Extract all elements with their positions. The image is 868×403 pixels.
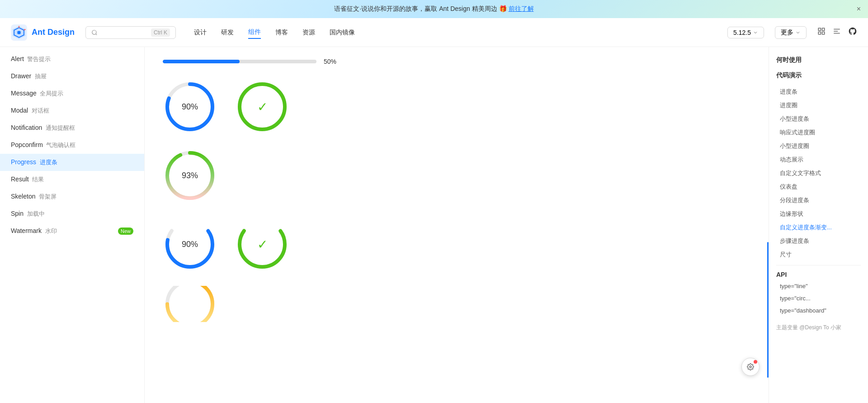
right-sidebar-when-section: 何时使用 bbox=[769, 54, 868, 66]
circle-progress-gap-success: ✓ bbox=[235, 217, 289, 271]
circle-label-check: ✓ bbox=[257, 100, 268, 114]
right-sidebar-when-title[interactable]: 何时使用 bbox=[769, 54, 868, 66]
sidebar-item-zh: 警告提示 bbox=[26, 56, 51, 62]
right-sidebar-api-line[interactable]: type="line" bbox=[769, 280, 868, 292]
circle-row-3: 90% ✓ bbox=[163, 217, 750, 271]
search-shortcut: Ctrl K bbox=[151, 28, 170, 37]
right-sidebar-item-circle[interactable]: 进度圈 bbox=[769, 99, 868, 112]
nav-mirror[interactable]: 国内镜像 bbox=[330, 27, 355, 38]
version-text: 5.12.5 bbox=[733, 29, 751, 36]
svg-point-25 bbox=[167, 286, 212, 322]
new-badge: New bbox=[118, 228, 133, 235]
left-sidebar: Alert 警告提示 Drawer 抽屉 Message 全局提示 Modal … bbox=[0, 47, 145, 403]
more-text: 更多 bbox=[781, 28, 793, 37]
circle-progress-bottom bbox=[163, 286, 217, 322]
chevron-down-icon bbox=[753, 30, 758, 35]
right-sidebar-item-small-circle[interactable]: 小型进度圈 bbox=[769, 139, 868, 153]
sidebar-item-notification[interactable]: Notification 通知提醒框 bbox=[0, 119, 144, 137]
right-sidebar-item-steps[interactable]: 分段进度条 bbox=[769, 194, 868, 207]
right-sidebar-api-title[interactable]: API bbox=[769, 269, 868, 280]
search-box[interactable]: Tree Ctrl K bbox=[85, 26, 176, 39]
nav-dev[interactable]: 研发 bbox=[221, 27, 234, 38]
header: Ant Design Tree Ctrl K 设计 研发 组件 博客 资源 国内… bbox=[0, 18, 868, 47]
svg-point-6 bbox=[92, 30, 96, 34]
right-sidebar-item-custom-gradient[interactable]: 自定义进度条渐变... bbox=[769, 221, 868, 234]
search-icon bbox=[91, 29, 98, 36]
sidebar-item-spin[interactable]: Spin 加载中 bbox=[0, 205, 144, 223]
nav-design[interactable]: 设计 bbox=[194, 27, 207, 38]
progress-bar-container: 50% bbox=[163, 58, 750, 65]
fab-button[interactable] bbox=[741, 358, 760, 376]
logo[interactable]: Ant Design bbox=[11, 24, 75, 41]
right-sidebar-item-bar[interactable]: 进度条 bbox=[769, 85, 868, 99]
right-sidebar-item-size[interactable]: 尺寸 bbox=[769, 248, 868, 261]
text-align-icon[interactable] bbox=[833, 27, 841, 38]
nav-components[interactable]: 组件 bbox=[248, 26, 261, 39]
main-content: 50% 90% ✓ bbox=[145, 47, 769, 403]
circle-row-1: 90% ✓ bbox=[163, 80, 750, 134]
svg-rect-10 bbox=[822, 32, 825, 34]
right-sidebar-item-dashboard[interactable]: 仪表盘 bbox=[769, 180, 868, 194]
theme-label[interactable]: 主题变量 @Design To 小家 bbox=[769, 320, 868, 335]
right-sidebar-item-dynamic[interactable]: 动态展示 bbox=[769, 153, 868, 166]
banner-link[interactable]: 前往了解 bbox=[509, 5, 534, 13]
sidebar-item-watermark[interactable]: Watermark 水印 New bbox=[0, 223, 144, 240]
right-sidebar-item-custom-format[interactable]: 自定义文字格式 bbox=[769, 166, 868, 180]
grid-icon[interactable] bbox=[817, 27, 826, 38]
circle-progress-gap-90: 90% bbox=[163, 217, 217, 271]
right-sidebar-api-dashboard[interactable]: type="dashboard" bbox=[769, 304, 868, 317]
scroll-indicator bbox=[767, 242, 769, 378]
banner-close-button[interactable]: × bbox=[857, 5, 861, 13]
circle-label-gap-check: ✓ bbox=[257, 237, 268, 252]
sidebar-item-skeleton[interactable]: Skeleton 骨架屏 bbox=[0, 188, 144, 205]
svg-rect-3 bbox=[17, 31, 20, 34]
sidebar-item-progress[interactable]: Progress 进度条 bbox=[0, 154, 144, 171]
right-sidebar: 何时使用 代码演示 进度条 进度圈 小型进度条 响应式进度圈 小型进度圈 动态展… bbox=[769, 47, 868, 403]
progress-bar-fill bbox=[163, 60, 240, 63]
sidebar-item-result[interactable]: Result 结果 bbox=[0, 171, 144, 188]
right-sidebar-divider bbox=[776, 265, 861, 266]
logo-text: Ant Design bbox=[32, 28, 75, 37]
right-sidebar-item-step-bar[interactable]: 步骤进度条 bbox=[769, 234, 868, 248]
progress-bar-track bbox=[163, 60, 316, 63]
right-sidebar-item-responsive-circle[interactable]: 响应式进度圈 bbox=[769, 126, 868, 139]
circle-label-gap-90: 90% bbox=[182, 240, 198, 249]
sidebar-item-drawer[interactable]: Drawer 抽屉 bbox=[0, 68, 144, 85]
github-icon[interactable] bbox=[848, 27, 857, 38]
sidebar-item-popconfirm[interactable]: Popconfirm 气泡确认框 bbox=[0, 137, 144, 154]
header-icons bbox=[817, 27, 857, 38]
circle-label-90: 90% bbox=[182, 102, 198, 112]
nav-blog[interactable]: 博客 bbox=[275, 27, 288, 38]
svg-rect-8 bbox=[822, 28, 825, 30]
svg-point-26 bbox=[750, 366, 751, 368]
sidebar-item-message[interactable]: Message 全局提示 bbox=[0, 85, 144, 102]
nav: 设计 研发 组件 博客 资源 国内镜像 bbox=[194, 26, 355, 39]
progress-bar-section: 50% bbox=[163, 58, 750, 65]
circle-progress-gradient-93: 93% bbox=[163, 148, 217, 203]
sidebar-item-modal[interactable]: Modal 对话框 bbox=[0, 102, 144, 119]
version-selector[interactable]: 5.12.5 bbox=[727, 27, 764, 38]
right-sidebar-demo-section: 代码演示 bbox=[769, 70, 868, 81]
svg-rect-9 bbox=[818, 32, 821, 34]
progress-text: 50% bbox=[324, 58, 336, 65]
more-button[interactable]: 更多 bbox=[775, 26, 807, 39]
nav-resources[interactable]: 资源 bbox=[302, 27, 315, 38]
sidebar-item-alert[interactable]: Alert 警告提示 bbox=[0, 51, 144, 68]
main-layout: Alert 警告提示 Drawer 抽屉 Message 全局提示 Modal … bbox=[0, 47, 868, 403]
settings-icon bbox=[747, 363, 754, 370]
banner-text: 语雀征文·说说你和开源的故事，赢取 Ant Design 精美周边 🎁 bbox=[334, 5, 506, 13]
right-sidebar-demo-title[interactable]: 代码演示 bbox=[769, 70, 868, 81]
circle-progress-90: 90% bbox=[163, 80, 217, 134]
right-sidebar-api-circle[interactable]: type="circ... bbox=[769, 292, 868, 304]
search-input[interactable]: Tree bbox=[101, 29, 147, 36]
right-sidebar-item-small-bar[interactable]: 小型进度条 bbox=[769, 112, 868, 126]
top-banner: 语雀征文·说说你和开源的故事，赢取 Ant Design 精美周边 🎁 前往了解… bbox=[0, 0, 868, 18]
circle-row-2: 93% bbox=[163, 148, 750, 203]
circle-label-93: 93% bbox=[182, 171, 198, 180]
right-sidebar-item-edge[interactable]: 边缘形状 bbox=[769, 207, 868, 221]
circle-row-4 bbox=[163, 286, 750, 322]
ant-design-logo-icon bbox=[11, 24, 27, 41]
circle-progress-success: ✓ bbox=[235, 80, 289, 134]
chevron-down-icon-more bbox=[795, 30, 801, 35]
fab-notification-dot bbox=[754, 360, 757, 364]
